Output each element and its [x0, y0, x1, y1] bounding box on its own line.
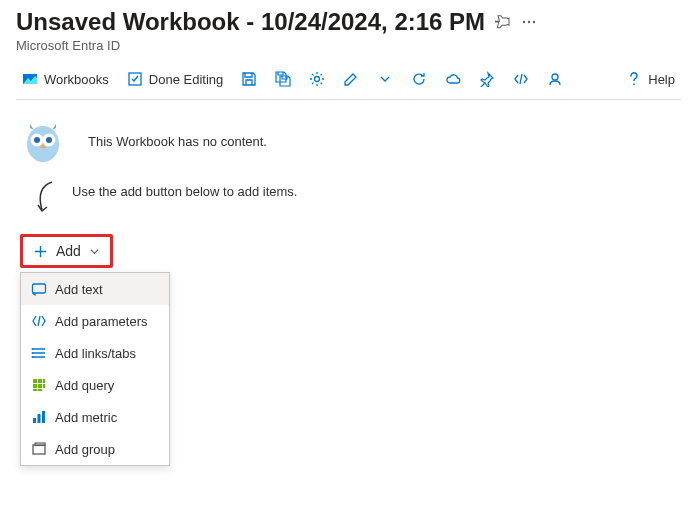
- svg-rect-19: [33, 384, 37, 388]
- menu-item-label: Add links/tabs: [55, 346, 136, 361]
- feedback-icon: [547, 71, 563, 87]
- menu-add-links-tabs[interactable]: Add links/tabs: [21, 337, 169, 369]
- help-label: Help: [648, 72, 675, 87]
- menu-add-metric[interactable]: Add metric: [21, 401, 169, 433]
- save-button[interactable]: [235, 67, 263, 91]
- empty-message: This Workbook has no content.: [88, 134, 267, 149]
- svg-rect-21: [43, 384, 45, 388]
- arrow-down-icon: [34, 180, 58, 216]
- menu-add-group[interactable]: Add group: [21, 433, 169, 465]
- cloud-icon: [445, 71, 461, 87]
- gear-icon: [309, 71, 325, 87]
- group-icon: [31, 441, 47, 457]
- menu-item-label: Add group: [55, 442, 115, 457]
- refresh-icon: [411, 71, 427, 87]
- help-icon: [626, 71, 642, 87]
- svg-point-13: [32, 348, 34, 350]
- menu-item-label: Add text: [55, 282, 103, 297]
- links-icon: [31, 345, 47, 361]
- menu-item-label: Add metric: [55, 410, 117, 425]
- edit-button[interactable]: [337, 67, 365, 91]
- share-button[interactable]: [439, 67, 467, 91]
- menu-add-query[interactable]: Add query: [21, 369, 169, 401]
- svg-point-2: [533, 21, 535, 23]
- done-editing-label: Done Editing: [149, 72, 223, 87]
- svg-point-10: [34, 137, 40, 143]
- svg-rect-28: [35, 443, 45, 446]
- chevron-down-icon: [89, 246, 100, 257]
- svg-rect-17: [38, 379, 42, 383]
- refresh-button[interactable]: [405, 67, 433, 91]
- add-button[interactable]: Add: [20, 234, 113, 268]
- parameters-icon: [31, 313, 47, 329]
- svg-point-14: [32, 352, 34, 354]
- menu-add-text[interactable]: Add text: [21, 273, 169, 305]
- metric-icon: [31, 409, 47, 425]
- svg-rect-26: [42, 411, 45, 423]
- svg-rect-16: [33, 379, 37, 383]
- menu-item-label: Add parameters: [55, 314, 148, 329]
- svg-point-5: [315, 77, 320, 82]
- workbooks-label: Workbooks: [44, 72, 109, 87]
- breadcrumb: Microsoft Entra ID: [16, 38, 681, 53]
- svg-rect-18: [43, 379, 45, 383]
- svg-rect-25: [38, 414, 41, 423]
- help-button[interactable]: Help: [620, 67, 681, 91]
- svg-rect-22: [33, 389, 37, 391]
- code-icon: [513, 71, 529, 87]
- svg-point-15: [32, 356, 34, 358]
- code-button[interactable]: [507, 67, 535, 91]
- workbooks-button[interactable]: Workbooks: [16, 67, 115, 91]
- feedback-button[interactable]: [541, 67, 569, 91]
- plus-icon: [33, 244, 48, 259]
- add-menu: Add text Add parameters Add links/tabs A…: [20, 272, 170, 466]
- page-title: Unsaved Workbook - 10/24/2024, 2:16 PM: [16, 8, 485, 36]
- owl-icon: [20, 118, 66, 164]
- svg-rect-23: [38, 389, 42, 391]
- toolbar: Workbooks Done Editing: [16, 67, 681, 100]
- menu-add-parameters[interactable]: Add parameters: [21, 305, 169, 337]
- menu-item-label: Add query: [55, 378, 114, 393]
- settings-button[interactable]: [303, 67, 331, 91]
- svg-rect-24: [33, 418, 36, 423]
- svg-rect-27: [33, 445, 45, 454]
- text-icon: [31, 281, 47, 297]
- pin-toolbar-icon: [479, 71, 495, 87]
- pencil-icon: [343, 71, 359, 87]
- hint-text: Use the add button below to add items.: [72, 180, 297, 199]
- done-editing-icon: [127, 71, 143, 87]
- chevron-down-icon: [377, 71, 393, 87]
- svg-rect-20: [38, 384, 42, 388]
- more-icon[interactable]: [521, 14, 537, 30]
- add-label: Add: [56, 243, 81, 259]
- done-editing-button[interactable]: Done Editing: [121, 67, 229, 91]
- pin-icon[interactable]: [495, 14, 511, 30]
- svg-point-6: [552, 74, 558, 80]
- save-as-icon: [275, 71, 291, 87]
- svg-point-1: [528, 21, 530, 23]
- svg-point-0: [523, 21, 525, 23]
- save-as-button[interactable]: [269, 67, 297, 91]
- svg-point-11: [46, 137, 52, 143]
- save-icon: [241, 71, 257, 87]
- edit-dropdown[interactable]: [371, 67, 399, 91]
- workbook-icon: [22, 71, 38, 87]
- pin-button[interactable]: [473, 67, 501, 91]
- query-icon: [31, 377, 47, 393]
- svg-rect-12: [33, 284, 46, 293]
